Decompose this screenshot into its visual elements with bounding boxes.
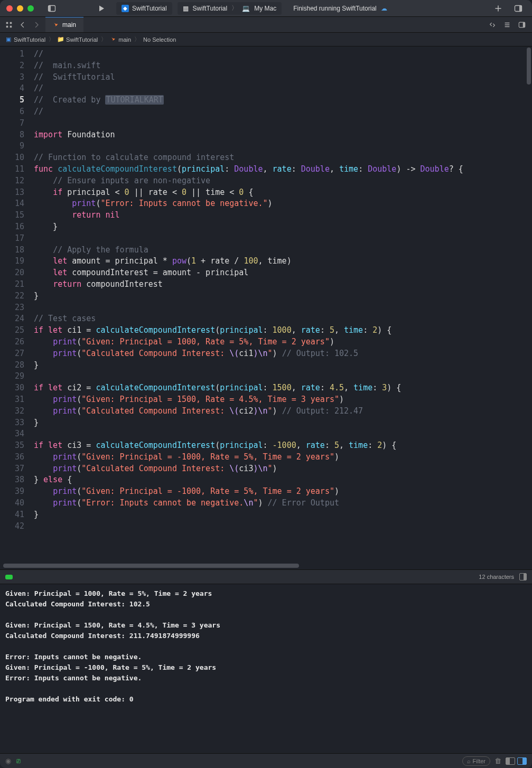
code-line[interactable]: print("Given: Principal = 1500, Rate = 4… — [34, 394, 527, 406]
line-number[interactable]: 29 — [2, 371, 24, 382]
breadcrumb-project[interactable]: ▣ SwiftTutorial — [5, 36, 45, 43]
line-number[interactable]: 33 — [2, 417, 24, 429]
code-line[interactable]: } — [34, 417, 527, 429]
code-line[interactable]: import Foundation — [34, 129, 527, 141]
line-number[interactable]: 37 — [2, 463, 24, 475]
line-number-gutter[interactable]: 1234567891011121314151617181920212223242… — [0, 46, 30, 562]
line-number[interactable]: 15 — [2, 210, 24, 221]
line-number[interactable]: 20 — [2, 267, 24, 279]
line-number[interactable]: 19 — [2, 256, 24, 267]
code-line[interactable]: // Test cases — [34, 313, 527, 325]
zoom-window-button[interactable] — [27, 5, 34, 12]
library-button[interactable] — [511, 3, 526, 14]
line-number[interactable]: 16 — [2, 221, 24, 233]
line-number[interactable]: 1 — [2, 49, 24, 60]
code-line[interactable] — [34, 118, 527, 129]
variables-view-icon[interactable]: ⎚ — [16, 757, 21, 765]
run-button[interactable] — [94, 3, 109, 14]
breadcrumb-group[interactable]: 📁 SwiftTutorial — [58, 36, 98, 43]
console-output[interactable]: Given: Principal = 1000, Rate = 5%, Time… — [0, 584, 532, 753]
breadcrumb-selection[interactable]: No Selection — [143, 36, 176, 43]
line-number[interactable]: 2 — [2, 60, 24, 72]
line-number[interactable]: 9 — [2, 141, 24, 152]
code-line[interactable]: if let ci3 = calculateCompoundInterest(p… — [34, 440, 527, 452]
line-number[interactable]: 40 — [2, 498, 24, 509]
line-number[interactable]: 6 — [2, 106, 24, 118]
line-number[interactable]: 35 — [2, 440, 24, 452]
toggle-inspector-button[interactable] — [515, 17, 529, 32]
console-filter-input[interactable]: ⌕ Filter — [462, 756, 490, 766]
code-line[interactable]: print("Error: Inputs cannot be negative.… — [34, 198, 527, 210]
jump-bar[interactable]: ▣ SwiftTutorial 〉 📁 SwiftTutorial 〉 main… — [0, 33, 532, 46]
code-line[interactable]: } else { — [34, 474, 527, 486]
code-line[interactable]: } — [34, 360, 527, 371]
code-line[interactable] — [34, 521, 527, 532]
code-line[interactable]: if let ci1 = calculateCompoundInterest(p… — [34, 325, 527, 336]
code-line[interactable]: func calculateCompoundInterest(principal… — [34, 164, 527, 175]
vertical-scrollbar[interactable] — [527, 48, 531, 85]
line-number[interactable]: 27 — [2, 348, 24, 360]
horizontal-scrollbar-thumb[interactable] — [3, 564, 299, 568]
toggle-console-button[interactable] — [519, 573, 527, 580]
changes-button[interactable] — [486, 17, 499, 32]
code-line[interactable]: return compoundInterest — [34, 279, 527, 291]
close-window-button[interactable] — [6, 5, 13, 12]
forward-button[interactable] — [30, 17, 43, 32]
line-number[interactable]: 21 — [2, 279, 24, 291]
line-number[interactable]: 4 — [2, 83, 24, 95]
line-number[interactable]: 11 — [2, 164, 24, 175]
code-line[interactable]: // SwiftTutorial — [34, 72, 527, 83]
line-number[interactable]: 14 — [2, 198, 24, 210]
code-line[interactable]: // Apply the formula — [34, 245, 527, 256]
code-line[interactable] — [34, 233, 527, 245]
code-line[interactable]: // main.swift — [34, 60, 527, 72]
code-line[interactable]: print("Given: Principal = 1000, Rate = 5… — [34, 336, 527, 348]
line-number[interactable]: 25 — [2, 325, 24, 336]
line-number[interactable]: 24 — [2, 313, 24, 325]
tab-main[interactable]: main — [45, 17, 83, 32]
line-number[interactable]: 38 — [2, 474, 24, 486]
related-items-button[interactable] — [2, 17, 16, 32]
line-number[interactable]: 18 — [2, 245, 24, 256]
code-line[interactable] — [34, 141, 527, 152]
code-line[interactable]: if principal < 0 || rate < 0 || time < 0… — [34, 187, 527, 199]
code-line[interactable] — [34, 428, 527, 440]
line-number[interactable]: 28 — [2, 360, 24, 371]
code-line[interactable] — [34, 371, 527, 382]
code-line[interactable]: // Ensure inputs are non-negative — [34, 175, 527, 187]
line-number[interactable]: 17 — [2, 233, 24, 245]
minimize-window-button[interactable] — [17, 5, 23, 12]
breadcrumb-file[interactable]: main — [110, 36, 131, 43]
code-line[interactable]: } — [34, 221, 527, 233]
line-number[interactable]: 31 — [2, 394, 24, 406]
code-line[interactable]: print("Calculated Compound Interest: \(c… — [34, 348, 527, 360]
line-number[interactable]: 8 — [2, 129, 24, 141]
code-line[interactable] — [34, 302, 527, 314]
scheme-selector[interactable]: ◆ SwiftTutorial — [116, 2, 172, 15]
horizontal-scrollbar-track[interactable] — [0, 562, 532, 569]
code-line[interactable]: // — [34, 83, 527, 95]
code-line[interactable]: // — [34, 106, 527, 118]
adjust-editor-button[interactable] — [500, 17, 514, 32]
line-number[interactable]: 26 — [2, 336, 24, 348]
code-line[interactable]: let compoundInterest = amount - principa… — [34, 267, 527, 279]
add-tab-button[interactable] — [491, 3, 506, 14]
back-button[interactable] — [16, 17, 30, 32]
code-line[interactable]: } — [34, 509, 527, 521]
code-line[interactable]: print("Error: Inputs cannot be negative.… — [34, 498, 527, 509]
code-line[interactable]: let amount = principal * pow(1 + rate / … — [34, 256, 527, 267]
line-number[interactable]: 39 — [2, 486, 24, 498]
code-line[interactable]: // — [34, 49, 527, 60]
code-line[interactable]: // Created by TUTORIALKART — [34, 95, 527, 106]
line-number[interactable]: 7 — [2, 118, 24, 129]
clear-console-button[interactable]: 🗑 — [494, 757, 501, 765]
quick-look-icon[interactable]: ◉ — [5, 757, 11, 765]
line-number[interactable]: 42 — [2, 521, 24, 532]
code-line[interactable]: print("Calculated Compound Interest: \(c… — [34, 406, 527, 417]
code-line[interactable]: print("Given: Principal = -1000, Rate = … — [34, 486, 527, 498]
run-destination[interactable]: ▦ SwiftTutorial 〉 💻 My Mac — [178, 2, 282, 15]
code-line[interactable]: if let ci2 = calculateCompoundInterest(p… — [34, 382, 527, 394]
line-number[interactable]: 32 — [2, 406, 24, 417]
code-line[interactable]: return nil — [34, 210, 527, 221]
line-number[interactable]: 41 — [2, 509, 24, 521]
